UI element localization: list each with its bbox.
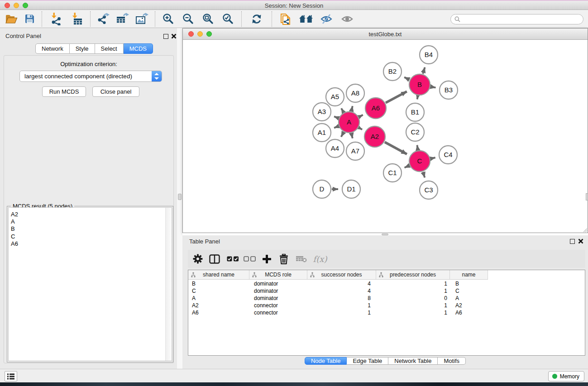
edge-A-A2[interactable] <box>359 128 362 129</box>
edge-C-C3[interactable] <box>423 172 425 177</box>
table-tab-motifs[interactable]: Motifs <box>438 357 466 365</box>
table-cell[interactable]: 1 <box>376 287 450 295</box>
edge-A2-C[interactable] <box>385 142 407 154</box>
memory-button[interactable]: Memory <box>548 371 584 381</box>
edge-C-C1[interactable] <box>405 166 409 168</box>
table-row[interactable]: Adominator80A <box>188 295 488 302</box>
edge-A-A6[interactable] <box>359 115 363 117</box>
edge-A-A3[interactable] <box>334 116 339 118</box>
table-row[interactable]: A6connector11A6 <box>188 309 488 316</box>
table-cell[interactable]: A6 <box>450 309 488 316</box>
open-session-icon[interactable] <box>2 11 20 27</box>
edge-A-A7[interactable] <box>351 133 352 138</box>
table-cell[interactable]: C <box>188 287 249 295</box>
run-mcds-button[interactable]: Run MCDS <box>42 86 86 97</box>
table-cell[interactable]: connector <box>249 309 307 316</box>
edge-B-B1[interactable] <box>417 96 418 100</box>
table-cell[interactable]: 4 <box>307 287 376 295</box>
result-scrollbar[interactable] <box>165 208 172 361</box>
table-tab-network-table[interactable]: Network Table <box>388 357 438 365</box>
table-cell[interactable]: A2 <box>188 302 249 309</box>
hide-panel-icon[interactable] <box>316 11 337 27</box>
edge-A-A1[interactable] <box>334 126 339 128</box>
zoom-in-icon[interactable] <box>158 11 178 27</box>
edge-B-B4[interactable] <box>423 67 425 74</box>
home-icon[interactable] <box>296 11 316 27</box>
task-history-button[interactable] <box>5 371 17 381</box>
table-row[interactable]: Cdominator41C <box>188 287 488 295</box>
table-cell[interactable]: 1 <box>376 280 450 287</box>
table-cell[interactable]: dominator <box>249 295 307 302</box>
column-header-shared-name[interactable]: shared name <box>188 270 249 280</box>
resize-grip-icon[interactable] <box>583 228 587 232</box>
result-item[interactable]: C <box>9 233 172 240</box>
clone-network-icon[interactable] <box>275 11 296 27</box>
optimization-dropdown[interactable]: largest connected component (directed) <box>19 71 162 82</box>
table-tab-edge-table[interactable]: Edge Table <box>347 357 388 365</box>
search-input[interactable] <box>463 16 579 23</box>
table-row[interactable]: Bdominator41B <box>188 280 488 287</box>
delete-rows-icon[interactable] <box>277 250 290 268</box>
zoom-fit-icon[interactable] <box>198 11 218 27</box>
table-cell[interactable]: A2 <box>450 302 488 309</box>
result-item[interactable]: A <box>9 218 172 225</box>
column-header-name[interactable]: name <box>450 270 488 280</box>
float-panel-icon[interactable] <box>163 34 168 39</box>
delete-table-icon[interactable] <box>295 250 308 268</box>
close-table-panel-icon[interactable] <box>578 238 584 244</box>
show-panel-icon[interactable] <box>337 11 358 27</box>
splitter-handle[interactable] <box>382 234 388 235</box>
table-cell[interactable]: B <box>188 280 249 287</box>
table-cell[interactable]: 1 <box>307 309 376 316</box>
edge-A-A5[interactable] <box>341 108 344 112</box>
edge-B-B2[interactable] <box>404 77 409 80</box>
select-all-icon[interactable] <box>226 250 239 268</box>
table-cell[interactable]: C <box>450 287 488 295</box>
splitter-handle[interactable] <box>178 194 182 200</box>
tab-mcds[interactable]: MCDS <box>124 43 153 54</box>
table-cell[interactable]: A6 <box>188 309 249 316</box>
table-cell[interactable]: 0 <box>376 295 450 302</box>
zoom-out-icon[interactable] <box>178 11 198 27</box>
tab-network[interactable]: Network <box>35 43 70 54</box>
table-cell[interactable]: A <box>450 295 488 302</box>
tab-select[interactable]: Select <box>95 43 124 54</box>
network-window-titlebar[interactable]: testGlobe.txt <box>183 29 588 40</box>
save-session-icon[interactable] <box>20 11 38 27</box>
column-header-predecessor-nodes[interactable]: predecessor nodes <box>376 270 450 280</box>
refresh-icon[interactable] <box>245 11 268 27</box>
table-cell[interactable]: A <box>188 295 249 302</box>
column-header-MCDS-role[interactable]: MCDS role <box>249 270 307 280</box>
edge-A6-B[interactable] <box>386 91 407 103</box>
table-cell[interactable]: dominator <box>249 280 307 287</box>
vertical-splitter[interactable] <box>177 28 182 369</box>
edge-A-A8[interactable] <box>351 106 352 111</box>
edge-B-B3[interactable] <box>431 87 436 88</box>
table-cell[interactable]: B <box>450 280 488 287</box>
table-cell[interactable]: 8 <box>307 295 376 302</box>
tab-style[interactable]: Style <box>70 43 95 54</box>
table-cell[interactable]: dominator <box>249 287 307 295</box>
close-panel-icon[interactable] <box>171 33 177 39</box>
zoom-selected-icon[interactable] <box>218 11 238 27</box>
import-table-icon[interactable] <box>66 11 87 27</box>
result-item[interactable]: A6 <box>9 240 172 248</box>
table-cell[interactable]: 1 <box>376 302 450 309</box>
export-table-icon[interactable] <box>113 11 132 27</box>
add-row-icon[interactable] <box>260 250 273 268</box>
result-item[interactable]: B <box>9 225 172 233</box>
float-table-panel-icon[interactable] <box>570 239 575 244</box>
deselect-all-icon[interactable] <box>243 250 256 268</box>
close-panel-button[interactable]: Close panel <box>92 86 139 97</box>
export-network-icon[interactable] <box>94 11 113 27</box>
edge-C-C4[interactable] <box>430 157 435 158</box>
table-cell[interactable]: 1 <box>376 309 450 316</box>
right-splitter-handle[interactable] <box>586 193 588 200</box>
column-header-successor-nodes[interactable]: successor nodes <box>307 270 376 280</box>
function-builder-icon[interactable]: f(x) <box>311 250 329 268</box>
show-columns-icon[interactable] <box>208 250 221 268</box>
table-cell[interactable]: connector <box>249 302 307 309</box>
import-network-icon[interactable] <box>45 11 66 27</box>
table-settings-icon[interactable] <box>191 250 204 268</box>
export-image-icon[interactable] <box>132 11 152 27</box>
